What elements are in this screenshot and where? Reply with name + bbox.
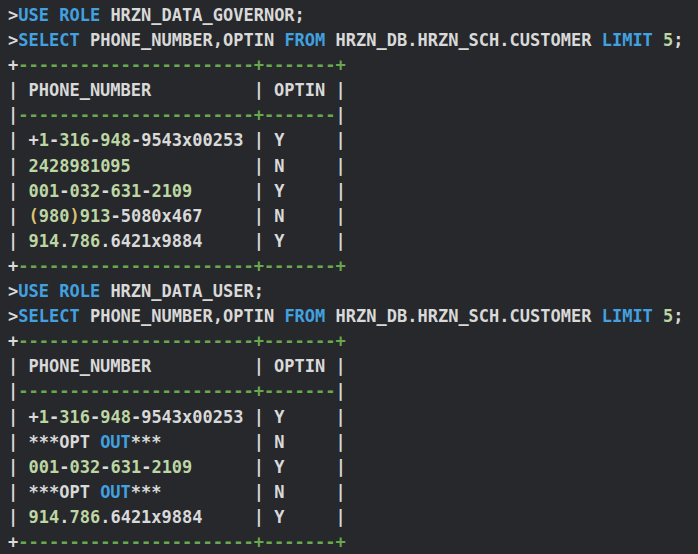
text-segment: - [141,457,151,477]
text-segment: 631 [110,457,141,477]
text-segment: OUT [100,482,131,502]
text-segment: - [141,181,151,201]
text-segment: LIMIT [602,30,653,50]
text-segment: > [8,306,18,326]
text-segment: 001 [28,181,59,201]
text-segment: -5080x467 | N | [110,206,345,226]
terminal-line: >USE ROLE HRZN_DATA_GOVERNOR; [8,3,698,28]
terminal-line: | PHONE_NUMBER | OPTIN | [8,78,698,103]
text-segment: | [336,105,346,125]
text-segment: -9543x00253 | Y | [131,407,346,427]
text-segment: 2428981095 [28,156,130,176]
terminal-line: >SELECT PHONE_NUMBER,OPTIN FROM HRZN_DB.… [8,28,698,53]
text-segment: 1 [39,407,49,427]
text-segment: 5 [663,306,673,326]
text-segment: -----------------------+-------+ [18,532,346,552]
text-segment: + [8,331,18,351]
text-segment: + [8,532,18,552]
text-segment: USE ROLE [18,281,100,301]
text-segment: - [59,181,69,201]
text-segment: 631 [110,181,141,201]
text-segment: USE ROLE [18,5,100,25]
text-segment: | Y | [192,181,346,201]
text-segment [653,30,663,50]
text-segment: 948 [100,407,131,427]
terminal-line: | 2428981095 | N | [8,154,698,179]
terminal-line: | (980)913-5080x467 | N | [8,204,698,229]
text-segment: - [49,407,59,427]
text-segment: + [8,256,18,276]
text-segment: - [100,181,110,201]
text-segment: - [90,407,100,427]
text-segment: | [8,105,18,125]
text-segment: 316 [59,407,90,427]
terminal-line: |-----------------------+-------| [8,379,698,404]
text-segment: 914 [28,507,59,527]
text-segment: ; [673,306,683,326]
text-segment: -----------------------+-------+ [18,256,346,276]
text-segment: 032 [69,181,100,201]
text-segment: 5 [663,30,673,50]
text-segment: LIMIT [602,306,653,326]
terminal-line: | +1-316-948-9543x00253 | Y | [8,405,698,430]
terminal-line: +-----------------------+-------+ [8,530,698,554]
text-segment: 948 [100,130,131,150]
text-segment: OUT [100,432,131,452]
text-segment: | Y | [192,457,346,477]
text-segment: PHONE_NUMBER,OPTIN [80,306,285,326]
text-segment: | ***OPT [8,482,100,502]
text-segment: > [8,5,18,25]
text-segment: | [336,381,346,401]
terminal-line: |-----------------------+-------| [8,103,698,128]
text-segment: - [90,130,100,150]
text-segment: | [8,507,28,527]
text-segment: ; [673,30,683,50]
text-segment: 1 [39,130,49,150]
terminal-line: +-----------------------+-------+ [8,53,698,78]
text-segment: 316 [59,130,90,150]
text-segment: > [8,281,18,301]
text-segment: -9543x00253 | Y | [131,130,346,150]
text-segment: -----------------------+-------+ [18,331,346,351]
text-segment: ( [28,206,38,226]
text-segment: *** | N | [131,432,346,452]
terminal-output[interactable]: >USE ROLE HRZN_DATA_GOVERNOR;>SELECT PHO… [0,0,698,554]
terminal-line: | 001-032-631-2109 | Y | [8,455,698,480]
text-segment: | PHONE_NUMBER | OPTIN | [8,356,346,376]
terminal-line: | PHONE_NUMBER | OPTIN | [8,354,698,379]
text-segment: | + [8,130,39,150]
text-segment: HRZN_DATA_GOVERNOR; [100,5,305,25]
text-segment: .6421x9884 | Y | [100,231,346,251]
text-segment: | [8,231,28,251]
terminal-line: | ***OPT OUT*** | N | [8,480,698,505]
text-segment: | [8,457,28,477]
text-segment: SELECT [18,30,79,50]
text-segment: HRZN_DB.HRZN_SCH.CUSTOMER [325,30,601,50]
text-segment: | [8,206,28,226]
text-segment: + [8,55,18,75]
text-segment: - [59,457,69,477]
text-segment: 786 [69,231,100,251]
text-segment: 032 [69,457,100,477]
text-segment [653,306,663,326]
terminal-line: >SELECT PHONE_NUMBER,OPTIN FROM HRZN_DB.… [8,304,698,329]
terminal-line: +-----------------------+-------+ [8,329,698,354]
text-segment: > [8,30,18,50]
terminal-line: +-----------------------+-------+ [8,254,698,279]
terminal-line: | 914.786.6421x9884 | Y | [8,229,698,254]
text-segment: | ***OPT [8,432,100,452]
terminal-line: | +1-316-948-9543x00253 | Y | [8,128,698,153]
text-segment: HRZN_DB.HRZN_SCH.CUSTOMER [325,306,601,326]
text-segment: .6421x9884 | Y | [100,507,346,527]
text-segment: | [8,156,28,176]
text-segment: -----------------------+------- [18,381,335,401]
text-segment: . [59,507,69,527]
terminal-line: >USE ROLE HRZN_DATA_USER; [8,279,698,304]
text-segment: | [8,381,18,401]
text-segment: FROM [284,30,325,50]
text-segment: 980 [39,206,70,226]
text-segment: PHONE_NUMBER,OPTIN [80,30,285,50]
text-segment: -----------------------+------- [18,105,335,125]
text-segment: | + [8,407,39,427]
text-segment: SELECT [18,306,79,326]
